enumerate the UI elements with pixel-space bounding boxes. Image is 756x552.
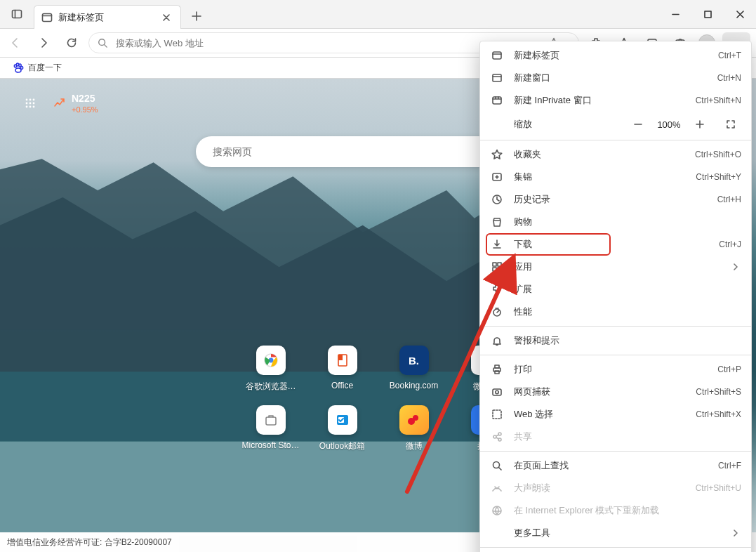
menu-item-extensions[interactable]: 扩展 bbox=[480, 278, 751, 301]
menu-item-inprivate[interactable]: 新建 InPrivate 窗口Ctrl+Shift+N bbox=[480, 89, 751, 112]
menu-item-shortcut: Ctrl+T bbox=[718, 51, 741, 60]
svg-point-51 bbox=[496, 390, 498, 393]
menu-item-更多工具[interactable]: 更多工具 bbox=[480, 522, 751, 544]
svg-rect-42 bbox=[493, 263, 496, 266]
svg-rect-31 bbox=[266, 417, 276, 425]
minimize-button[interactable] bbox=[659, 0, 691, 28]
menu-item-alert[interactable]: 警报和提示 bbox=[480, 329, 751, 352]
svg-rect-26 bbox=[338, 355, 343, 360]
bookmark-label: 百度一下 bbox=[28, 62, 62, 74]
menu-item-label: 打印 bbox=[514, 363, 717, 376]
menu-item-performance[interactable]: 性能 bbox=[480, 301, 751, 323]
zoom-out-button[interactable] bbox=[625, 114, 651, 135]
performance-icon bbox=[490, 306, 504, 317]
menu-item-history[interactable]: 历史记录Ctrl+H bbox=[480, 188, 751, 211]
bookmark-baidu[interactable]: 百度一下 bbox=[8, 60, 66, 76]
back-button[interactable] bbox=[1, 28, 29, 58]
menu-item-label: 网页捕获 bbox=[514, 386, 696, 398]
tab-actions-button[interactable] bbox=[0, 0, 34, 28]
menu-item-apps[interactable]: 应用 bbox=[480, 256, 751, 278]
separator bbox=[480, 451, 751, 452]
apps-icon bbox=[490, 261, 504, 272]
menu-item-label: 在 Internet Explorer 模式下重新加载 bbox=[514, 504, 741, 517]
menu-item-find[interactable]: 在页面上查找Ctrl+F bbox=[480, 454, 751, 477]
browser-window: 新建标签页 百度一下 bbox=[0, 0, 756, 552]
menu-item-shortcut: Ctrl+Shift+S bbox=[696, 387, 741, 397]
quicklink-5[interactable]: Outlook邮箱 bbox=[307, 405, 378, 452]
window-controls bbox=[659, 0, 756, 28]
settings-menu: 新建标签页Ctrl+T新建窗口Ctrl+N新建 InPrivate 窗口Ctrl… bbox=[479, 41, 752, 552]
baidu-icon bbox=[13, 63, 24, 74]
menu-item-shortcut: Ctrl+Shift+X bbox=[696, 409, 741, 419]
alert-icon bbox=[490, 335, 504, 346]
menu-item-shortcut: Ctrl+J bbox=[719, 239, 741, 249]
svg-rect-38 bbox=[493, 74, 501, 81]
download-icon bbox=[490, 239, 504, 250]
svg-point-14 bbox=[26, 99, 28, 101]
menu-item-shortcut: Ctrl+Shift+Y bbox=[696, 172, 741, 182]
new-tab-button[interactable] bbox=[185, 5, 208, 27]
svg-rect-43 bbox=[498, 263, 501, 266]
svg-point-22 bbox=[33, 106, 35, 108]
menu-item-window[interactable]: 新建窗口Ctrl+N bbox=[480, 67, 751, 89]
svg-rect-48 bbox=[495, 365, 499, 368]
forward-button[interactable] bbox=[29, 28, 58, 58]
menu-item-label: Web 选择 bbox=[514, 408, 696, 421]
quicklink-2[interactable]: B.Booking.com bbox=[379, 346, 449, 393]
close-window-button[interactable] bbox=[724, 0, 756, 28]
menu-item-shortcut: Ctrl+Shift+U bbox=[696, 483, 741, 493]
star-icon bbox=[490, 149, 504, 160]
app-launcher-button[interactable] bbox=[20, 93, 41, 114]
zoom-value: 100% bbox=[651, 119, 687, 130]
select-icon bbox=[490, 409, 504, 420]
menu-item-shortcut: Ctrl+H bbox=[717, 195, 741, 204]
zoom-in-button[interactable] bbox=[687, 114, 713, 135]
menu-item-label: 共享 bbox=[514, 431, 741, 443]
menu-item-select[interactable]: Web 选择Ctrl+Shift+X bbox=[480, 403, 751, 426]
svg-point-20 bbox=[26, 106, 28, 108]
menu-item-tab[interactable]: 新建标签页Ctrl+T bbox=[480, 44, 751, 67]
svg-point-19 bbox=[33, 103, 35, 105]
tab-title: 新建标签页 bbox=[58, 11, 159, 24]
zoom-row: 缩放 100% bbox=[480, 112, 751, 137]
quicklink-1[interactable]: Office bbox=[307, 346, 378, 393]
svg-point-16 bbox=[33, 99, 35, 101]
menu-item-shopping[interactable]: 购物 bbox=[480, 211, 751, 233]
menu-item-label: 下载 bbox=[514, 238, 719, 251]
history-icon bbox=[490, 194, 504, 205]
refresh-button[interactable] bbox=[58, 28, 86, 58]
quicklink-6[interactable]: 微博 bbox=[379, 405, 449, 452]
menu-item-share: 共享 bbox=[480, 426, 751, 448]
menu-item-download[interactable]: 下载Ctrl+J bbox=[480, 233, 751, 256]
tab-close-button[interactable] bbox=[159, 11, 173, 25]
svg-rect-52 bbox=[493, 410, 501, 419]
menu-item-label: 应用 bbox=[514, 261, 730, 273]
collections-icon bbox=[490, 171, 504, 183]
menu-item-capture[interactable]: 网页捕获Ctrl+Shift+S bbox=[480, 381, 751, 403]
share-icon bbox=[490, 431, 504, 442]
svg-point-21 bbox=[29, 106, 32, 108]
maximize-button[interactable] bbox=[691, 0, 724, 28]
stock-ticker[interactable]: N225 +0.95% bbox=[53, 93, 98, 114]
menu-item-print[interactable]: 打印Ctrl+P bbox=[480, 358, 751, 381]
quicklink-0[interactable]: 谷歌浏览器… bbox=[236, 346, 306, 393]
separator bbox=[480, 355, 751, 355]
separator bbox=[480, 326, 751, 327]
quicklink-4[interactable]: Microsoft Sto… bbox=[236, 405, 306, 452]
menu-item-label: 警报和提示 bbox=[514, 334, 741, 347]
print-icon bbox=[490, 364, 504, 375]
menu-item-label: 大声朗读 bbox=[514, 482, 696, 494]
menu-item-collections[interactable]: 集锦Ctrl+Shift+Y bbox=[480, 166, 751, 188]
fullscreen-button[interactable] bbox=[717, 114, 744, 135]
find-icon bbox=[490, 460, 504, 471]
ticker-change: +0.95% bbox=[72, 105, 98, 114]
menu-item-read: 大声朗读Ctrl+Shift+U bbox=[480, 477, 751, 499]
tab-current[interactable]: 新建标签页 bbox=[34, 5, 181, 29]
svg-rect-0 bbox=[13, 11, 22, 18]
svg-rect-49 bbox=[495, 371, 499, 374]
svg-rect-44 bbox=[493, 268, 496, 271]
menu-item-star[interactable]: 收藏夹Ctrl+Shift+O bbox=[480, 143, 751, 166]
menu-item-shortcut: Ctrl+N bbox=[717, 73, 741, 83]
footer-license: 增值电信业务经营许可证: 合字B2-20090007 bbox=[7, 537, 172, 548]
menu-item-label: 性能 bbox=[514, 305, 741, 318]
